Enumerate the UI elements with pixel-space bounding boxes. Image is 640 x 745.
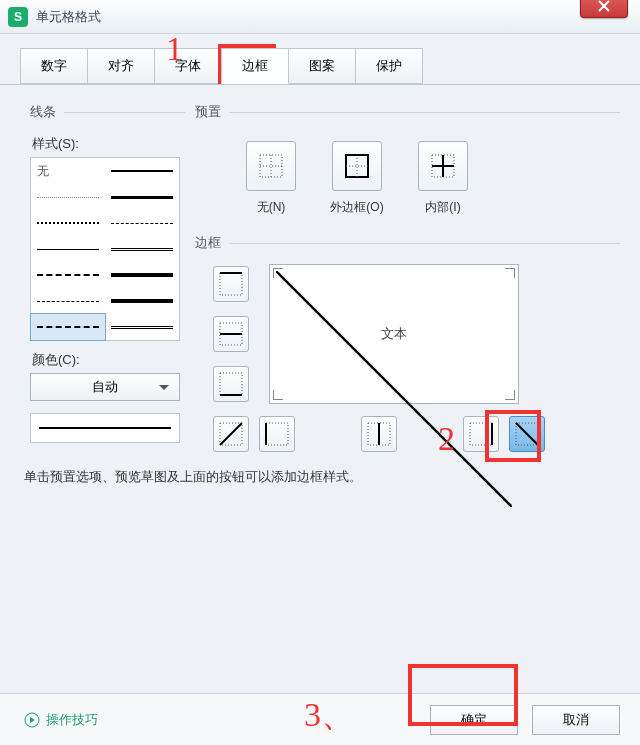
tab-strip: 数字 对齐 字体 边框 图案 保护 xyxy=(0,34,640,85)
group-lines-title: 线条 xyxy=(30,103,185,125)
titlebar: S 单元格格式 xyxy=(0,0,640,34)
line-solid3[interactable] xyxy=(105,184,179,210)
line-style-list[interactable]: 无 xyxy=(30,157,180,341)
line-dd2[interactable] xyxy=(31,262,105,288)
preset-none-label: 无(N) xyxy=(241,199,301,216)
border-diag-up-button[interactable] xyxy=(213,416,249,452)
border-bottom-icon xyxy=(218,371,244,397)
border-bottom-button[interactable] xyxy=(213,366,249,402)
tab-font[interactable]: 字体 xyxy=(154,48,222,84)
tab-protect[interactable]: 保护 xyxy=(355,48,423,84)
border-diag-down-icon xyxy=(514,421,540,447)
ok-button[interactable]: 确定 xyxy=(430,705,518,735)
diagonal-line-icon xyxy=(276,271,512,507)
tab-number[interactable]: 数字 xyxy=(20,48,88,84)
line-none[interactable]: 无 xyxy=(31,158,105,184)
preset-none-button[interactable] xyxy=(246,141,296,191)
svg-rect-9 xyxy=(220,273,242,295)
border-top-button[interactable] xyxy=(213,266,249,302)
border-hmid-button[interactable] xyxy=(213,316,249,352)
tab-pattern[interactable]: 图案 xyxy=(288,48,356,84)
border-diag-down-button[interactable] xyxy=(509,416,545,452)
line-thinthick[interactable] xyxy=(105,262,179,288)
preset-inner-label: 内部(I) xyxy=(413,199,473,216)
border-hmid-icon xyxy=(218,321,244,347)
line-hair[interactable] xyxy=(31,184,105,210)
svg-line-11 xyxy=(276,271,512,507)
close-button[interactable] xyxy=(580,0,628,18)
cancel-button[interactable]: 取消 xyxy=(532,705,620,735)
line-double[interactable] xyxy=(105,236,179,262)
line-thickthin[interactable] xyxy=(105,288,179,314)
svg-line-25 xyxy=(516,423,538,445)
play-icon xyxy=(24,712,40,728)
border-diag-up-icon xyxy=(218,421,244,447)
preset-outer-icon xyxy=(344,153,370,179)
color-select[interactable]: 自动 xyxy=(30,373,180,401)
group-preset-title: 预置 xyxy=(195,103,620,125)
line-solid1[interactable] xyxy=(31,236,105,262)
line-dot[interactable] xyxy=(31,210,105,236)
line-triple[interactable] xyxy=(105,314,179,340)
app-icon: S xyxy=(8,7,28,27)
group-border-title: 边框 xyxy=(195,234,620,256)
line-dashdot[interactable] xyxy=(105,210,179,236)
border-top-icon xyxy=(218,271,244,297)
tab-align[interactable]: 对齐 xyxy=(87,48,155,84)
preset-none-icon xyxy=(258,153,284,179)
border-preview[interactable]: 文本 xyxy=(269,264,519,404)
footer: 操作技巧 确定 取消 xyxy=(0,693,640,745)
preset-outer-label: 外边框(O) xyxy=(327,199,387,216)
style-label: 样式(S): xyxy=(32,135,185,153)
window-title: 单元格格式 xyxy=(36,8,101,26)
line-solid2[interactable] xyxy=(105,158,179,184)
line-preview xyxy=(30,413,180,443)
tab-border[interactable]: 边框 xyxy=(221,48,289,84)
preset-inner-button[interactable] xyxy=(418,141,468,191)
svg-line-17 xyxy=(220,423,242,445)
svg-rect-14 xyxy=(220,373,242,395)
line-dash[interactable] xyxy=(31,288,105,314)
preset-outer-button[interactable] xyxy=(332,141,382,191)
help-link[interactable]: 操作技巧 xyxy=(24,711,98,729)
line-dash2[interactable] xyxy=(31,314,105,340)
close-icon xyxy=(598,0,610,12)
color-value: 自动 xyxy=(92,378,118,396)
preview-text: 文本 xyxy=(379,325,409,343)
help-label: 操作技巧 xyxy=(46,711,98,729)
preset-inner-icon xyxy=(430,153,456,179)
color-label: 颜色(C): xyxy=(32,351,185,369)
